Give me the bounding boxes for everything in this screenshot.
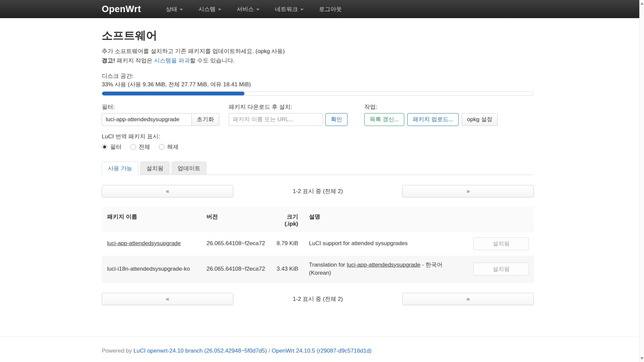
table-row: luci-app-attendedsysupgrade 26.065.64108… bbox=[102, 232, 534, 256]
header-description: 설명 bbox=[304, 207, 468, 232]
translation-filter-section: LuCI 번역 패키지 표시: 필터 전체 해제 bbox=[102, 133, 534, 151]
radio-label: 전체 bbox=[139, 143, 150, 151]
radio-option-all[interactable]: 전체 bbox=[130, 143, 150, 151]
package-description: LuCI support for attended sysupgrades bbox=[304, 232, 468, 256]
warning-post: 할 수도 있습니다. bbox=[190, 57, 235, 64]
installed-button: 설치됨 bbox=[473, 237, 529, 250]
scroll-down-icon[interactable] bbox=[640, 357, 644, 360]
update-lists-button[interactable]: 목록 갱신... bbox=[364, 113, 404, 126]
tab-available[interactable]: 사용 가능 bbox=[102, 162, 138, 175]
package-table-header: 패키지 이름 버전 크기(.ipk) 설명 bbox=[102, 207, 534, 232]
package-description: Translation for luci-app-attendedsysupgr… bbox=[304, 256, 468, 283]
upload-package-button[interactable]: 패키지 업로드... bbox=[407, 113, 459, 126]
nav-item-system-label: 시스템 bbox=[198, 6, 216, 12]
tab-updates[interactable]: 업데이트 bbox=[172, 162, 206, 175]
nav-item-logout-label: 로그아웃 bbox=[319, 6, 342, 12]
brand-logo[interactable]: OpenWrt bbox=[102, 4, 141, 14]
prev-page-button[interactable]: « bbox=[102, 185, 233, 197]
pagination-status: 1-2 표시 중 (전체 2) bbox=[233, 295, 402, 303]
package-url-input[interactable] bbox=[229, 113, 323, 126]
nav-item-logout[interactable]: 로그아웃 bbox=[314, 5, 347, 13]
openwrt-version-link[interactable]: OpenWrt 24.10.5 (r29087-d9c5716d1d) bbox=[272, 348, 371, 354]
nav-item-network[interactable]: 네트워크 bbox=[270, 5, 308, 13]
opkg-config-button[interactable]: opkg 설정 bbox=[462, 113, 498, 126]
actions-label: 작업: bbox=[364, 103, 501, 111]
pagination-top: « 1-2 표시 중 (전체 2) » bbox=[102, 185, 534, 197]
radio-label: 필터 bbox=[110, 143, 122, 151]
main-content: 소프트웨어 추가 소프트웨어를 설치하고 기존 패키지를 업데이트하세요. (o… bbox=[102, 28, 534, 305]
radio-option-none[interactable]: 해제 bbox=[159, 143, 179, 151]
filter-section: 필터: 초기화 bbox=[102, 103, 219, 126]
radio-icon bbox=[130, 144, 136, 150]
pagination-bottom: « 1-2 표시 중 (전체 2) » bbox=[102, 293, 534, 305]
package-table: 패키지 이름 버전 크기(.ipk) 설명 luci-app-attendeds… bbox=[102, 207, 534, 283]
nav-item-status[interactable]: 상태 bbox=[161, 5, 188, 13]
package-reference-link[interactable]: luci-app-attendedsysupgrade bbox=[347, 262, 420, 268]
scroll-up-icon[interactable] bbox=[640, 2, 644, 5]
chevron-down-icon bbox=[180, 9, 183, 10]
next-page-button[interactable]: » bbox=[402, 185, 534, 197]
navbar-inner: OpenWrt 상태 시스템 서비스 네트워크 로그아웃 bbox=[102, 4, 534, 14]
footer-separator: / bbox=[267, 348, 272, 354]
tab-installed[interactable]: 설치됨 bbox=[140, 162, 170, 175]
description-pre: Translation for bbox=[309, 262, 347, 268]
package-version: 26.065.64108~f2eca72 bbox=[201, 232, 263, 256]
header-actions bbox=[468, 207, 534, 232]
next-page-button[interactable]: » bbox=[402, 293, 534, 305]
table-row: luci-i18n-attendedsysupgrade-ko 26.065.6… bbox=[102, 256, 534, 283]
translation-filter-label: LuCI 번역 패키지 표시: bbox=[102, 133, 534, 140]
nav-item-services-label: 서비스 bbox=[237, 6, 254, 12]
radio-option-filtered[interactable]: 필터 bbox=[102, 143, 122, 151]
package-size: 8.79 KiB bbox=[263, 232, 304, 256]
prev-page-button[interactable]: « bbox=[102, 293, 233, 305]
filter-label: 필터: bbox=[102, 103, 219, 111]
disk-space-section: 디스크 공간: 33% 사용 (사용 9.36 MiB, 전체 27.77 Mi… bbox=[102, 72, 534, 95]
download-install-label: 패키지 다운로드 후 설치: bbox=[229, 103, 348, 111]
disk-usage-fill bbox=[102, 92, 244, 95]
package-tabs: 사용 가능 설치됨 업데이트 bbox=[102, 162, 534, 175]
ok-button[interactable]: 확인 bbox=[325, 113, 348, 126]
nav-item-network-label: 네트워크 bbox=[275, 6, 298, 12]
disk-usage-text: 33% 사용 (사용 9.36 MiB, 전체 27.77 MiB, 여유 18… bbox=[102, 81, 534, 89]
radio-icon bbox=[102, 144, 107, 150]
actions-section: 작업: 목록 갱신... 패키지 업로드... opkg 설정 bbox=[364, 103, 501, 126]
chevron-down-icon bbox=[256, 9, 260, 10]
vertical-scrollbar[interactable] bbox=[639, 0, 644, 362]
page-title: 소프트웨어 bbox=[102, 28, 534, 43]
destroy-system-link[interactable]: 시스템을 파괴 bbox=[154, 57, 190, 64]
disk-space-label: 디스크 공간: bbox=[102, 72, 534, 81]
radio-icon bbox=[159, 144, 165, 150]
header-size-line1: 크기 bbox=[269, 213, 298, 221]
powered-by-text: Powered by bbox=[102, 348, 134, 354]
download-install-section: 패키지 다운로드 후 설치: 확인 bbox=[229, 103, 348, 126]
installed-button: 설치됨 bbox=[473, 263, 529, 275]
radio-label: 해제 bbox=[167, 143, 179, 151]
disk-usage-bar bbox=[102, 91, 534, 96]
header-size: 크기(.ipk) bbox=[263, 207, 304, 232]
page-footer: Powered by LuCI openwrt-24.10 branch (26… bbox=[0, 336, 639, 354]
warning-bold: 경고! bbox=[102, 57, 115, 64]
header-size-line2: (.ipk) bbox=[269, 221, 298, 227]
luci-version-link[interactable]: LuCI openwrt-24.10 branch (26.052.42948~… bbox=[134, 348, 267, 354]
page-subtitle: 추가 소프트웨어를 설치하고 기존 패키지를 업데이트하세요. (opkg 사용… bbox=[102, 47, 534, 56]
header-version: 버전 bbox=[201, 207, 263, 232]
nav-item-status-label: 상태 bbox=[166, 6, 177, 12]
warning-pre: 패키지 작업은 bbox=[115, 57, 154, 64]
top-navbar: OpenWrt 상태 시스템 서비스 네트워크 로그아웃 bbox=[0, 0, 644, 18]
header-package-name: 패키지 이름 bbox=[102, 207, 201, 232]
chevron-down-icon bbox=[300, 9, 304, 10]
package-name-link[interactable]: luci-app-attendedsysupgrade bbox=[107, 240, 181, 246]
chevron-down-icon bbox=[218, 9, 221, 10]
filter-input[interactable] bbox=[102, 113, 192, 126]
nav-item-services[interactable]: 서비스 bbox=[232, 5, 264, 13]
controls-row: 필터: 초기화 패키지 다운로드 후 설치: 확인 작업: 목록 갱신... 패… bbox=[102, 103, 534, 126]
package-size: 3.43 KiB bbox=[263, 256, 304, 283]
package-version: 26.065.64108~f2eca72 bbox=[201, 256, 263, 283]
filter-reset-button[interactable]: 초기화 bbox=[191, 113, 219, 126]
pagination-status: 1-2 표시 중 (전체 2) bbox=[233, 187, 402, 195]
nav-item-system[interactable]: 시스템 bbox=[194, 5, 226, 13]
package-name: luci-i18n-attendedsysupgrade-ko bbox=[102, 256, 201, 283]
warning-text: 경고! 패키지 작업은 시스템을 파괴할 수도 있습니다. bbox=[102, 57, 534, 65]
